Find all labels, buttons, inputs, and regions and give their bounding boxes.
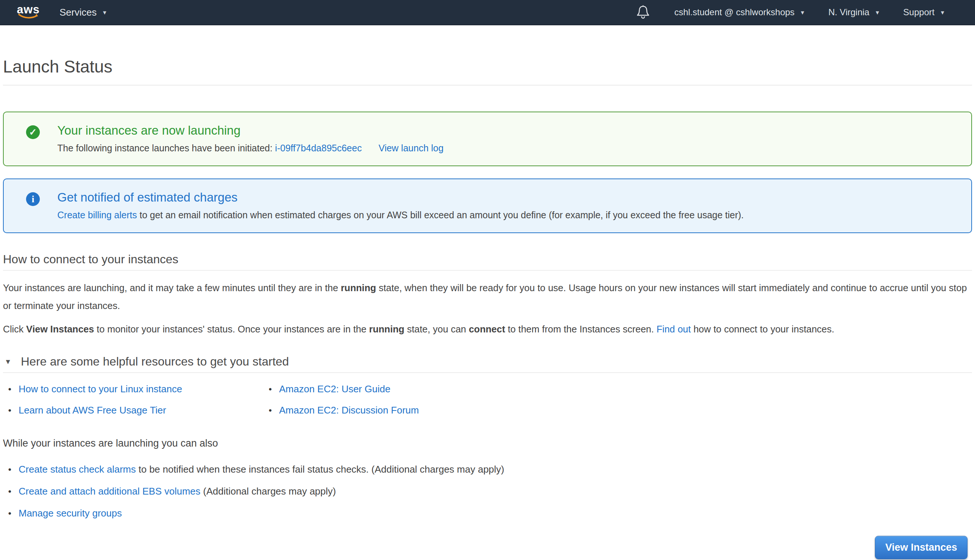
success-alert-title: Your instances are now launching: [57, 123, 443, 138]
chevron-down-icon: ▼: [940, 9, 945, 16]
create-ebs-volumes-link[interactable]: Create and attach additional EBS volumes: [18, 486, 201, 497]
view-launch-log-link[interactable]: View launch log: [378, 143, 443, 153]
chevron-down-icon: ▼: [102, 9, 107, 16]
bell-icon: [636, 5, 650, 20]
p2-text: state, you can: [405, 324, 469, 334]
find-out-link[interactable]: Find out: [656, 324, 691, 334]
check-glyph: ✓: [29, 127, 37, 138]
chevron-down-icon: ▼: [875, 9, 880, 16]
resources-divider: [3, 372, 972, 373]
account-label: cshl.student @ cshlworkshops: [674, 7, 794, 17]
while-launching-list: • Create status check alarms to be notif…: [3, 463, 972, 520]
footer-actions: View Instances: [3, 536, 968, 559]
bullet-icon: •: [269, 405, 279, 416]
instance-id-link[interactable]: i-09ff7b4da895c6eec: [275, 143, 362, 153]
info-glyph: i: [32, 194, 34, 205]
link-ec2-discussion-forum[interactable]: Amazon EC2: Discussion Forum: [279, 405, 419, 416]
resources-collapse-header[interactable]: ▼ Here are some helpful resources to get…: [3, 355, 972, 368]
list-item: • Amazon EC2: Discussion Forum: [263, 405, 972, 416]
create-billing-alerts-link[interactable]: Create billing alerts: [57, 210, 137, 220]
bullet-icon: •: [8, 384, 18, 395]
list-item: • Create status check alarms to be notif…: [3, 463, 972, 476]
list-item-rest: (Additional charges may apply): [201, 486, 336, 497]
success-alert-body: The following instance launches have bee…: [57, 143, 443, 153]
account-menu[interactable]: cshl.student @ cshlworkshops ▼: [674, 7, 805, 17]
while-launching-heading: While your instances are launching you c…: [3, 438, 972, 449]
connect-section-divider: [3, 270, 972, 271]
p1-text: Your instances are launching, and it may…: [3, 283, 341, 293]
list-item: • How to connect to your Linux instance: [3, 383, 263, 395]
support-menu[interactable]: Support ▼: [903, 7, 945, 17]
p2-text: Click: [3, 324, 26, 334]
info-alert-title: Get notified of estimated charges: [57, 190, 744, 205]
bullet-icon: •: [269, 384, 279, 395]
billing-info-alert: i Get notified of estimated charges Crea…: [3, 178, 972, 233]
page-title: Launch Status: [3, 57, 972, 77]
p1-bold-running: running: [341, 283, 376, 293]
manage-security-groups-link[interactable]: Manage security groups: [18, 508, 122, 519]
p2-text: how to connect to your instances.: [691, 324, 835, 334]
resources-heading: Here are some helpful resources to get y…: [21, 355, 289, 368]
main-content: Launch Status ✓ Your instances are now l…: [3, 57, 972, 559]
bullet-icon: •: [8, 463, 18, 476]
list-item-text: Create status check alarms to be notifie…: [18, 463, 504, 476]
region-label: N. Virginia: [828, 7, 869, 17]
bullet-icon: •: [8, 405, 18, 416]
launch-success-alert: ✓ Your instances are now launching The f…: [3, 112, 972, 166]
chevron-down-icon: ▼: [800, 9, 805, 16]
title-divider: [3, 85, 972, 85]
list-item-text: Manage security groups: [18, 507, 122, 520]
list-item: • Create and attach additional EBS volum…: [3, 485, 972, 498]
info-icon: i: [26, 192, 40, 206]
success-body-prefix: The following instance launches have bee…: [57, 143, 275, 153]
info-alert-content: Get notified of estimated charges Create…: [57, 190, 744, 220]
p2-bold-running: running: [369, 324, 405, 334]
link-free-usage-tier[interactable]: Learn about AWS Free Usage Tier: [18, 405, 166, 416]
connect-paragraph-2: Click View Instances to monitor your ins…: [3, 322, 972, 336]
list-item-rest: to be notified when these instances fail…: [136, 464, 504, 475]
list-item: • Manage security groups: [3, 507, 972, 520]
create-status-check-alarms-link[interactable]: Create status check alarms: [18, 464, 136, 475]
services-label: Services: [60, 7, 97, 18]
success-alert-content: Your instances are now launching The fol…: [57, 123, 443, 153]
notifications-bell-button[interactable]: [636, 5, 650, 20]
aws-logo[interactable]: aws: [17, 5, 40, 20]
resources-list: • How to connect to your Linux instance …: [3, 383, 972, 416]
info-alert-body: Create billing alerts to get an email no…: [57, 210, 744, 220]
services-menu[interactable]: Services ▼: [60, 7, 107, 18]
p2-bold-view-instances: View Instances: [26, 324, 94, 334]
p2-bold-connect: connect: [469, 324, 505, 334]
aws-smile-icon: [18, 13, 39, 20]
link-ec2-user-guide[interactable]: Amazon EC2: User Guide: [279, 383, 390, 395]
bullet-icon: •: [8, 485, 18, 498]
nav-right-group: cshl.student @ cshlworkshops ▼ N. Virgin…: [636, 5, 945, 20]
list-item: • Amazon EC2: User Guide: [263, 383, 972, 395]
connect-section-heading: How to connect to your instances: [3, 252, 972, 266]
bullet-icon: •: [8, 507, 18, 520]
view-instances-button[interactable]: View Instances: [875, 536, 968, 559]
collapse-caret-icon: ▼: [5, 358, 21, 366]
link-connect-linux-instance[interactable]: How to connect to your Linux instance: [18, 383, 182, 395]
p2-text: to monitor your instances' status. Once …: [94, 324, 369, 334]
support-label: Support: [903, 7, 935, 17]
region-menu[interactable]: N. Virginia ▼: [828, 7, 880, 17]
connect-paragraph-1: Your instances are launching, and it may…: [3, 279, 972, 315]
p2-text: to them from the Instances screen.: [505, 324, 656, 334]
list-item-text: Create and attach additional EBS volumes…: [18, 485, 336, 498]
list-item: • Learn about AWS Free Usage Tier: [3, 405, 263, 416]
top-navigation-bar: aws Services ▼ cshl.student @ cshlworksh…: [0, 0, 975, 25]
info-body-text: to get an email notification when estima…: [137, 210, 744, 220]
success-check-icon: ✓: [26, 125, 40, 139]
